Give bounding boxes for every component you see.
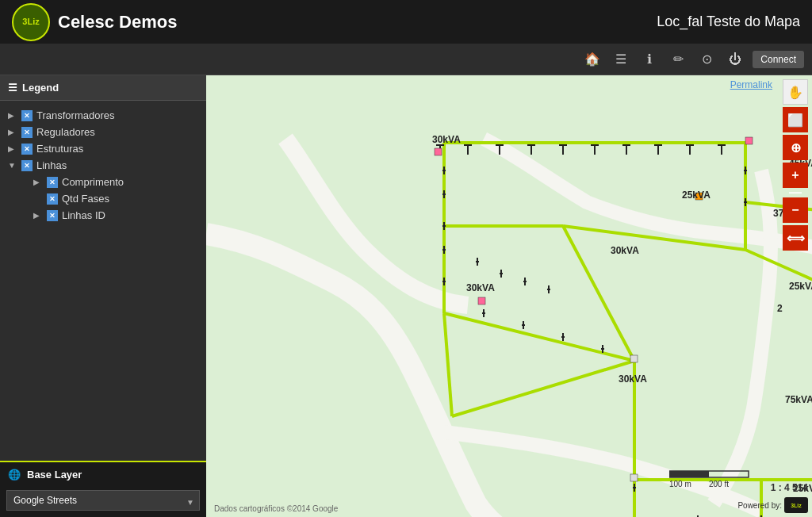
legend-item-qtd-fases[interactable]: ✕ Qtd Fases [33,190,198,207]
list-icon[interactable]: ☰ [610,48,632,71]
expand-arrow-transformadores: ▶ [8,111,17,120]
home-icon[interactable]: 🏠 [581,48,603,71]
sidebar: ☰ Legend ▶ ✕ Transformadores ▶ ✕ Regulad… [0,75,206,517]
copyright-text: Dados cartográficos ©2014 Google [214,504,338,513]
svg-text:30kVA: 30kVA [466,282,495,293]
label-qtd-fases: Qtd Fases [62,193,109,205]
permalink-link[interactable]: Permalink [730,79,772,90]
checkbox-linhas[interactable]: ✕ [21,160,33,171]
crosshair-button[interactable]: ⊕ [783,135,808,160]
label-comprimento: Comprimento [62,176,124,188]
checkbox-transformadores[interactable]: ✕ [21,110,33,121]
zoom-in-button[interactable]: + [783,163,808,188]
expand-arrow-estruturas: ▶ [8,144,17,153]
expand-arrow-linhas-id: ▶ [33,211,43,220]
hand-tool-button[interactable]: ✋ [783,79,808,105]
label-linhas: Linhas [36,159,67,171]
select-tool-button[interactable]: ⬜ [783,107,808,132]
base-layer-title: Base Layer [27,469,82,481]
svg-text:100 m: 100 m [669,480,691,488]
svg-rect-94 [630,474,638,481]
info-icon[interactable]: ℹ [638,48,661,71]
expand-button[interactable]: ⟺ [783,225,808,251]
header: 3Liz Celesc Demos Loc_fal Teste do Mapa [0,0,812,44]
main-content: ☰ Legend ▶ ✕ Transformadores ▶ ✕ Regulad… [0,75,812,517]
svg-rect-86 [435,148,442,155]
svg-text:30kVA: 30kVA [619,373,647,385]
checkbox-linhas-id[interactable]: ✕ [47,210,58,221]
powered-by-label: Powered by: [737,501,782,510]
label-linhas-id: Linhas ID [62,209,105,221]
project-title: Loc_fal Teste do Mapa [657,13,800,30]
map-area[interactable]: 30kVA 45kVA 25kVA 37 30kVA 30kVA 25kVA 2… [206,75,812,517]
legend-item-comprimento[interactable]: ▶ ✕ Comprimento [33,174,198,190]
powered-logo: 3Liz [784,497,808,513]
legend-title: Legend [22,82,59,94]
svg-text:30kVA: 30kVA [432,134,461,145]
svg-text:2: 2 [777,303,783,314]
legend-item-transformadores[interactable]: ▶ ✕ Transformadores [8,107,198,124]
logo-text: 3Liz [22,17,39,26]
expand-arrow-comprimento: ▶ [33,178,43,186]
legend-item-estruturas[interactable]: ▶ ✕ Estruturas [8,140,198,157]
power-icon[interactable]: ⏻ [724,48,746,71]
scale-ratio: 1 : 4 514 [771,482,808,493]
legend-panel: ☰ Legend ▶ ✕ Transformadores ▶ ✕ Regulad… [0,75,206,461]
legend-icon: ☰ [8,82,17,94]
svg-text:30kVA: 30kVA [611,245,639,256]
expand-arrow-linhas: ▼ [8,161,17,170]
svg-rect-87 [478,297,485,304]
svg-line-7 [444,313,634,361]
checkbox-qtd-fases[interactable]: ✕ [47,193,58,205]
base-layer-select-wrapper: Google Streets OpenStreetMap Google Sate… [0,487,206,517]
toolbar-separator: — [783,190,808,195]
svg-line-4 [745,250,812,281]
connect-button[interactable]: Connect [753,51,804,68]
svg-rect-89 [745,137,753,144]
target-icon[interactable]: ⊙ [695,48,718,71]
scale-svg: 100 m 200 ft [669,467,764,491]
svg-text:200 ft: 200 ft [709,480,729,488]
edit-icon[interactable]: ✏ [667,48,689,71]
powered-brand: 3Liz [791,503,802,508]
checkbox-comprimento[interactable]: ✕ [47,177,58,188]
legend-item-linhas-id[interactable]: ▶ ✕ Linhas ID [33,207,198,224]
svg-rect-110 [669,471,709,477]
expand-arrow-reguladores: ▶ [8,128,17,136]
base-layer-select[interactable]: Google Streets OpenStreetMap Google Sate… [6,490,200,511]
map-svg: 30kVA 45kVA 25kVA 37 30kVA 30kVA 25kVA 2… [206,75,812,517]
base-layer-header: 🌐 Base Layer [0,462,206,487]
svg-line-9 [452,361,634,416]
base-layer-panel: 🌐 Base Layer Google Streets OpenStreetMa… [0,461,206,517]
svg-line-8 [444,313,452,416]
right-toolbar: ✋ ⬜ ⊕ + — − ⟺ [783,79,808,251]
base-layer-icon: 🌐 [8,469,21,481]
powered-by: Powered by: 3Liz [737,497,808,513]
svg-rect-93 [630,355,638,362]
checkbox-reguladores[interactable]: ✕ [21,127,33,138]
legend-header: ☰ Legend [0,75,206,101]
legend-item-reguladores[interactable]: ▶ ✕ Reguladores [8,124,198,140]
svg-text:25kVA: 25kVA [682,190,710,201]
header-left: 3Liz Celesc Demos [12,3,177,41]
linhas-children: ▶ ✕ Comprimento ✕ Qtd Fases ▶ ✕ Linhas I… [24,174,198,224]
checkbox-estruturas[interactable]: ✕ [21,144,33,155]
legend-item-linhas[interactable]: ▼ ✕ Linhas [8,157,198,174]
toolbar: 🏠 ☰ ℹ ✏ ⊙ ⏻ Connect [0,44,812,75]
svg-text:75kVA: 75kVA [785,394,812,405]
label-transformadores: Transformadores [36,109,115,121]
zoom-out-button[interactable]: − [783,197,808,223]
svg-text:25kVA: 25kVA [789,281,812,292]
label-reguladores: Reguladores [36,126,95,138]
scale-bar: 100 m 200 ft [669,467,764,493]
label-estruturas: Estruturas [36,143,83,155]
legend-content: ▶ ✕ Transformadores ▶ ✕ Reguladores ▶ ✕ … [0,101,206,230]
app-title: Celesc Demos [58,12,177,33]
logo: 3Liz [12,3,50,41]
